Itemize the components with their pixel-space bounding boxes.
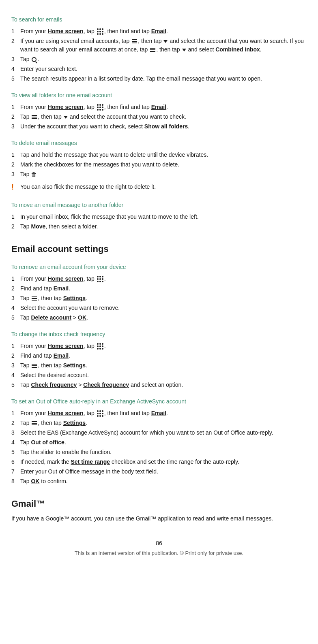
steps-list-frequency: 1 From your Home screen, tap . 2 Find an… — [11, 342, 307, 389]
section-heading-remove: To remove an email account from your dev… — [11, 263, 307, 271]
list-item: 4 Select the desired account. — [11, 371, 307, 380]
menu-icon — [132, 39, 137, 43]
main-heading-gmail: Gmail™ — [11, 497, 307, 510]
copyright-text: This is an internet version of this publ… — [11, 549, 307, 557]
section-inbox-frequency: To change the inbox check frequency 1 Fr… — [11, 330, 307, 389]
grid-icon — [97, 410, 103, 417]
trash-icon: 🗑 — [31, 170, 37, 179]
list-item: 3 Select the EAS (Exchange ActiveSync) a… — [11, 429, 307, 437]
list-item: 2 Mark the checkboxes for the messages t… — [11, 160, 307, 169]
list-item: 4 Select the account you want to remove. — [11, 304, 307, 312]
grid-icon — [97, 343, 103, 350]
menu-icon — [32, 115, 37, 119]
section-move-email: To move an email message to another fold… — [11, 201, 307, 231]
list-item: 2 If you are using several email account… — [11, 37, 307, 54]
list-item: 5 Tap Check frequency > Check frequency … — [11, 381, 307, 389]
list-item: 5 Tap Delete account > OK. — [11, 313, 307, 322]
list-item: 2 Find and tap Email. — [11, 284, 307, 293]
section-heading-out-of-office: To set an Out of Office auto-reply in an… — [11, 397, 307, 406]
list-item: 7 Enter your Out of Office message in th… — [11, 467, 307, 476]
list-item: 5 Tap the slider to enable the function. — [11, 448, 307, 456]
gmail-body-text: If you have a Google™ account, you can u… — [11, 514, 307, 523]
list-item: 2 Tap , then tap Settings. — [11, 419, 307, 427]
down-arrow-icon — [182, 49, 186, 51]
list-item: 4 Enter your search text. — [11, 65, 307, 73]
steps-list-move: 1 In your email inbox, flick the message… — [11, 213, 307, 231]
list-item: 2 Find and tap Email. — [11, 352, 307, 360]
tip-row: ! You can also flick the message to the … — [11, 183, 307, 193]
page-content: To search for emails 1 From your Home sc… — [11, 15, 307, 557]
menu-icon — [32, 364, 37, 368]
search-icon — [32, 57, 37, 62]
section-heading-delete: To delete email messages — [11, 139, 307, 147]
section-out-of-office: To set an Out of Office auto-reply in an… — [11, 397, 307, 486]
page-footer: 86 This is an internet version of this p… — [11, 539, 307, 557]
main-heading-email-settings: Email account settings — [11, 242, 307, 256]
tip-text: You can also flick the message to the ri… — [20, 183, 156, 191]
list-item: 1 From your Home screen, tap , then find… — [11, 103, 307, 111]
section-search-emails: To search for emails 1 From your Home sc… — [11, 15, 307, 83]
menu-icon — [32, 421, 37, 425]
list-item: 3 Tap , then tap Settings. — [11, 361, 307, 370]
grid-icon — [97, 276, 103, 282]
list-item: 5 The search results appear in a list so… — [11, 75, 307, 83]
list-item: 8 Tap OK to confirm. — [11, 477, 307, 486]
list-item: 2 Tap , then tap and select the account … — [11, 113, 307, 121]
list-item: 3 Tap . — [11, 55, 307, 64]
steps-list-remove: 1 From your Home screen, tap . 2 Find an… — [11, 275, 307, 322]
list-item: 3 Tap , then tap Settings. — [11, 294, 307, 303]
list-item: 1 From your Home screen, tap . — [11, 342, 307, 350]
list-item: 1 Tap and hold the message that you want… — [11, 151, 307, 159]
steps-list-view-folders: 1 From your Home screen, tap , then find… — [11, 103, 307, 131]
section-email-account-settings: Email account settings — [11, 242, 307, 256]
section-heading-frequency: To change the inbox check frequency — [11, 330, 307, 339]
exclamation-icon: ! — [11, 182, 20, 193]
down-arrow-icon — [163, 40, 168, 43]
list-item: 1 From your Home screen, tap , then find… — [11, 27, 307, 36]
list-item: 3 Tap 🗑 — [11, 170, 307, 179]
menu-icon — [150, 48, 155, 52]
grid-icon — [97, 28, 103, 35]
list-item: 3 Under the account that you want to che… — [11, 122, 307, 131]
steps-list-out-of-office: 1 From your Home screen, tap , then find… — [11, 409, 307, 486]
section-gmail: Gmail™ If you have a Google™ account, yo… — [11, 497, 307, 523]
section-remove-account: To remove an email account from your dev… — [11, 263, 307, 322]
down-arrow-icon — [64, 116, 68, 119]
section-heading-view-folders: To view all folders for one email accoun… — [11, 91, 307, 100]
steps-list-delete: 1 Tap and hold the message that you want… — [11, 151, 307, 179]
list-item: 2 Tap Move, then select a folder. — [11, 222, 307, 231]
menu-icon — [32, 296, 37, 301]
steps-list-search: 1 From your Home screen, tap , then find… — [11, 27, 307, 83]
page-number: 86 — [11, 539, 307, 548]
list-item: 6 If needed, mark the Set time range che… — [11, 458, 307, 466]
list-item: 1 From your Home screen, tap , then find… — [11, 409, 307, 418]
grid-icon — [97, 104, 103, 111]
section-delete-emails: To delete email messages 1 Tap and hold … — [11, 139, 307, 193]
list-item: 1 In your email inbox, flick the message… — [11, 213, 307, 221]
section-heading-search: To search for emails — [11, 15, 307, 24]
section-heading-move: To move an email message to another fold… — [11, 201, 307, 209]
section-view-folders: To view all folders for one email accoun… — [11, 91, 307, 131]
list-item: 4 Tap Out of office. — [11, 438, 307, 447]
list-item: 1 From your Home screen, tap . — [11, 275, 307, 283]
